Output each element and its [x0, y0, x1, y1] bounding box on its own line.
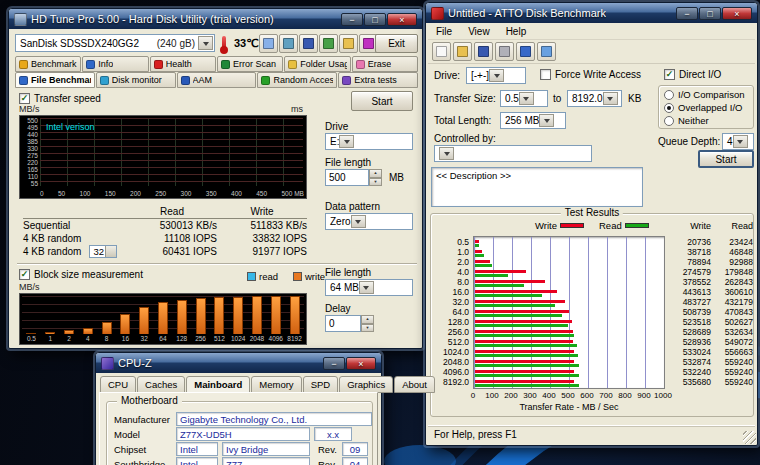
save-button[interactable] [474, 42, 493, 61]
tab-about[interactable]: About [394, 376, 435, 393]
tab-graphics[interactable]: Graphics [339, 376, 393, 393]
overlapped-io-radio[interactable]: Overlapped I/O [664, 102, 742, 113]
tab-label: Health [166, 59, 192, 69]
transfer-size-label: 2.0 [433, 257, 469, 267]
hdtune-titlebar[interactable]: HD Tune Pro 5.00 - Hard Disk Utility (tr… [9, 9, 422, 29]
spin-down-icon[interactable] [361, 324, 374, 333]
spinner-buttons[interactable] [361, 315, 374, 332]
bar-column: 4 [78, 296, 97, 343]
transfer-size-from-select[interactable]: 0.5 [500, 90, 548, 107]
tab-disk-monitor[interactable]: Disk monitor [96, 72, 176, 88]
tab-mainboard[interactable]: Mainboard [186, 376, 250, 393]
row-label-text: 4 KB random [23, 233, 81, 244]
tab-health[interactable]: Health [150, 56, 216, 72]
io-comparison-radio[interactable]: I/O Comparison [664, 89, 745, 100]
close-button[interactable] [346, 357, 376, 370]
spin-down-icon[interactable] [369, 178, 382, 187]
manufacturer-field: Gigabyte Technology Co., Ltd. [176, 412, 372, 426]
camera-button[interactable] [279, 34, 298, 53]
tab-caches[interactable]: Caches [137, 376, 185, 393]
x-tick-label: 1000 [652, 391, 674, 400]
window-controls [323, 357, 376, 370]
context-help-button[interactable] [537, 42, 556, 61]
read-value: 23424 [715, 237, 753, 247]
bar-column: 8 [97, 296, 116, 343]
menu-help[interactable]: Help [498, 25, 535, 38]
x-axis-label: 2048 [250, 334, 264, 343]
delay-spinner[interactable]: 0 [325, 315, 374, 332]
minimize-button[interactable] [676, 7, 698, 20]
tab-erase[interactable]: Erase [352, 56, 418, 72]
transfer-speed-checkbox[interactable]: Transfer speed [19, 93, 101, 104]
tab-cpu[interactable]: CPU [100, 376, 136, 393]
x-axis-label: 256 [195, 334, 206, 343]
start-button[interactable]: Start [698, 150, 754, 168]
transfer-size-from-value: 0.5 [505, 93, 519, 104]
atto-read-col: 2342446848929881798482628433606104321794… [715, 237, 753, 387]
write-value: 378552 [667, 277, 711, 287]
help-button[interactable] [516, 42, 535, 61]
maximize-button[interactable] [364, 13, 386, 26]
queue-depth-spinner[interactable]: 32 [89, 245, 117, 258]
controlled-by-select[interactable] [434, 145, 592, 162]
print-button[interactable] [495, 42, 514, 61]
maximize-button[interactable] [699, 7, 721, 20]
resize-grip[interactable] [743, 431, 756, 444]
copy-button[interactable] [259, 34, 278, 53]
spin-up-icon[interactable] [369, 169, 382, 178]
checkbox-label: Block size measurement [34, 269, 143, 280]
spinner-buttons[interactable] [369, 169, 382, 186]
y-axis-label: 165 [27, 166, 38, 173]
menu-file[interactable]: File [428, 25, 460, 38]
atto-size-col: 0.51.02.04.08.016.032.064.0128.0256.0512… [433, 237, 469, 387]
target-drive-select[interactable]: E: [325, 133, 413, 150]
direct-io-checkbox[interactable]: Direct I/O [664, 69, 721, 80]
description-box[interactable]: << Description >> [431, 167, 643, 207]
spin-up-icon[interactable] [361, 315, 374, 324]
tab-random-access[interactable]: Random Access [257, 72, 337, 88]
transfer-size-to-select[interactable]: 8192.0 [567, 90, 622, 107]
folder-button[interactable] [339, 34, 358, 53]
force-write-access-checkbox[interactable]: Force Write Access [540, 69, 641, 80]
drive-select[interactable]: SanDisk SDSSDX240GG2 (240 gB) [15, 34, 215, 52]
drive-select[interactable]: [-+-] [466, 67, 526, 84]
close-button[interactable] [722, 7, 752, 20]
tab-folder-usage[interactable]: Folder Usage [284, 56, 350, 72]
chart-button[interactable] [319, 34, 338, 53]
close-button[interactable] [387, 13, 417, 26]
tab-spd[interactable]: SPD [303, 376, 339, 393]
tab-aam[interactable]: AAM [177, 72, 257, 88]
minimize-button[interactable] [323, 357, 345, 370]
neither-radio[interactable]: Neither [664, 115, 709, 126]
file-length-unit: MB [389, 172, 404, 183]
tab-extra-tests[interactable]: Extra tests [338, 72, 418, 88]
write-value: 38718 [667, 247, 711, 257]
atto-titlebar[interactable]: Untitled - ATTO Disk Benchmark [426, 3, 757, 23]
exit-button[interactable]: Exit [375, 34, 418, 53]
file-length-spinner[interactable]: 500 [325, 169, 382, 186]
new-file-button[interactable] [432, 42, 451, 61]
block-file-length-select[interactable]: 64 MB [325, 279, 413, 296]
chart-row [474, 328, 664, 338]
open-folder-button[interactable] [453, 42, 472, 61]
tab-memory[interactable]: Memory [251, 376, 301, 393]
queue-depth-select[interactable]: 4 [722, 133, 754, 150]
write-bar [102, 322, 112, 334]
cpuz-titlebar[interactable]: CPU-Z [96, 353, 381, 373]
block-size-checkbox[interactable]: Block size measurement [19, 269, 143, 280]
tab-file-benchmark[interactable]: File Benchmark [15, 72, 95, 88]
data-pattern-select[interactable]: Zero [325, 213, 413, 230]
tab-error-scan[interactable]: Error Scan [217, 56, 283, 72]
tab-benchmark[interactable]: Benchmark [15, 56, 81, 72]
tab-label: Benchmark [31, 59, 77, 69]
cpuz-tab-row: CPUCachesMainboardMemorySPDGraphicsAbout [100, 376, 436, 393]
save-button[interactable] [299, 34, 318, 53]
tab-info[interactable]: Info [82, 56, 148, 72]
legend-label: write [305, 271, 325, 282]
total-length-select[interactable]: 256 MB [500, 112, 566, 129]
start-button[interactable]: Start [351, 91, 413, 111]
minimize-button[interactable] [341, 13, 363, 26]
checkbox-checked-icon [19, 93, 30, 104]
menu-view[interactable]: View [460, 25, 498, 38]
x-axis-label: 200 [130, 190, 141, 197]
